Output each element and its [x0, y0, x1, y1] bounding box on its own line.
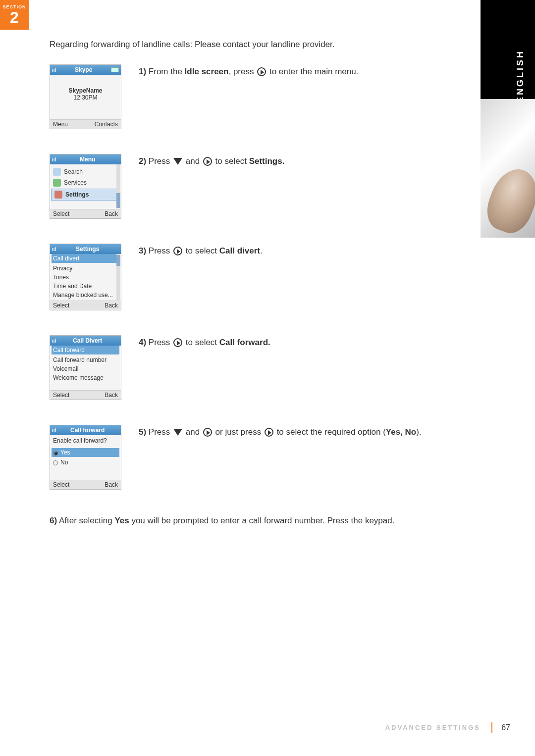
nav-right-icon — [265, 428, 273, 437]
signal-icon: ııl — [52, 67, 56, 73]
list-item: Manage blocked use... — [53, 291, 118, 300]
step-3: ııl Settings Call divert Privacy Tones T… — [50, 244, 456, 310]
radio-off-icon — [53, 460, 58, 465]
step-2: ııl Menu Search Services Settings Select… — [50, 154, 456, 219]
services-icon — [53, 179, 61, 187]
step-num: 6) — [50, 516, 57, 525]
nav-right-icon — [203, 428, 212, 437]
softkey-right: Back — [105, 302, 118, 309]
list-item-selected: Call forward — [52, 346, 119, 354]
radio-on-icon — [53, 451, 58, 455]
lcd-title: Call Divert — [56, 337, 119, 344]
step-5: ııl Call forward Enable call forward? Ye… — [50, 425, 456, 490]
option-selected: Yes — [52, 448, 119, 457]
list-item: Call forward number — [53, 355, 118, 364]
step-1: ııl Skype SkypeName 12:30PM Menu Contact… — [50, 64, 456, 129]
softkey-left: Menu — [53, 121, 68, 128]
skype-name: SkypeName — [50, 87, 121, 94]
step-num: 4) — [139, 338, 146, 347]
side-photo — [481, 99, 535, 238]
signal-icon: ııl — [52, 247, 56, 252]
lcd-title: Skype — [56, 66, 111, 73]
step-1-text: 1) From the Idle screen, press to enter … — [139, 64, 358, 78]
step-4: ııl Call Divert Call forward Call forwar… — [50, 335, 456, 400]
step-2-text: 2) Press and to select Settings. — [139, 154, 284, 168]
softkey-left: Select — [53, 481, 69, 488]
step-5-text: 5) Press and or just press to select the… — [139, 425, 422, 439]
nav-right-icon — [257, 67, 266, 76]
search-icon — [53, 168, 61, 176]
softkey-right: Back — [105, 481, 118, 488]
footer-title: ADVANCED SETTINGS — [385, 724, 481, 731]
clock: 12:30PM — [50, 94, 121, 101]
softkey-left: Select — [53, 210, 69, 217]
step-num: 1) — [139, 67, 146, 76]
step-num: 5) — [139, 427, 146, 437]
step-6-text: 6) After selecting Yes you will be promp… — [50, 514, 456, 527]
lcd-call-divert: ııl Call Divert Call forward Call forwar… — [50, 335, 121, 400]
intro-text: Regarding forwarding of landline calls: … — [50, 40, 456, 50]
softkey-left: Select — [53, 302, 69, 309]
menu-item-selected: Settings — [65, 191, 89, 198]
list-item: Time and Date — [53, 282, 118, 291]
step-3-text: 3) Press to select Call divert. — [139, 244, 263, 257]
lcd-menu: ııl Menu Search Services Settings Select… — [50, 154, 121, 219]
option: No — [53, 458, 118, 467]
list-item: Privacy — [53, 264, 118, 273]
battery-icon — [111, 67, 119, 72]
list-item: Voicemail — [53, 364, 118, 373]
list-item: Tones — [53, 273, 118, 282]
manual-page: SECTION 2 ENGLISH Regarding forwarding o… — [0, 0, 535, 756]
signal-icon: ııl — [52, 428, 56, 433]
language-tab: ENGLISH — [481, 0, 535, 99]
list-item: Welcome message — [53, 373, 118, 382]
language-label: ENGLISH — [515, 50, 526, 103]
lcd-idle: ııl Skype SkypeName 12:30PM Menu Contact… — [50, 64, 121, 129]
prompt-text: Enable call forward? — [53, 436, 118, 445]
section-number: 2 — [10, 9, 19, 25]
list-item-selected: Call divert — [52, 254, 119, 263]
menu-item: Search — [64, 168, 83, 175]
nav-right-icon — [173, 338, 182, 347]
page-number: 67 — [491, 722, 510, 733]
content: Regarding forwarding of landline calls: … — [50, 40, 456, 527]
softkey-right: Contacts — [95, 121, 118, 128]
nav-down-icon — [173, 158, 182, 165]
menu-item: Services — [64, 179, 87, 186]
lcd-settings: ııl Settings Call divert Privacy Tones T… — [50, 244, 121, 310]
settings-icon — [54, 191, 62, 199]
step-num: 2) — [139, 156, 146, 166]
nav-right-icon — [203, 157, 212, 166]
section-tab: SECTION 2 — [0, 0, 29, 30]
lcd-title: Call forward — [56, 427, 119, 434]
lcd-title: Settings — [56, 246, 119, 252]
signal-icon: ııl — [52, 338, 56, 344]
step-4-text: 4) Press to select Call forward. — [139, 335, 270, 349]
signal-icon: ııl — [52, 157, 56, 162]
softkey-right: Back — [105, 210, 118, 217]
nav-down-icon — [173, 429, 182, 436]
lcd-call-forward: ııl Call forward Enable call forward? Ye… — [50, 425, 121, 490]
softkey-right: Back — [105, 392, 118, 399]
step-num: 3) — [139, 246, 146, 255]
softkey-left: Select — [53, 392, 69, 399]
nav-right-icon — [173, 247, 182, 255]
lcd-title: Menu — [56, 156, 119, 163]
